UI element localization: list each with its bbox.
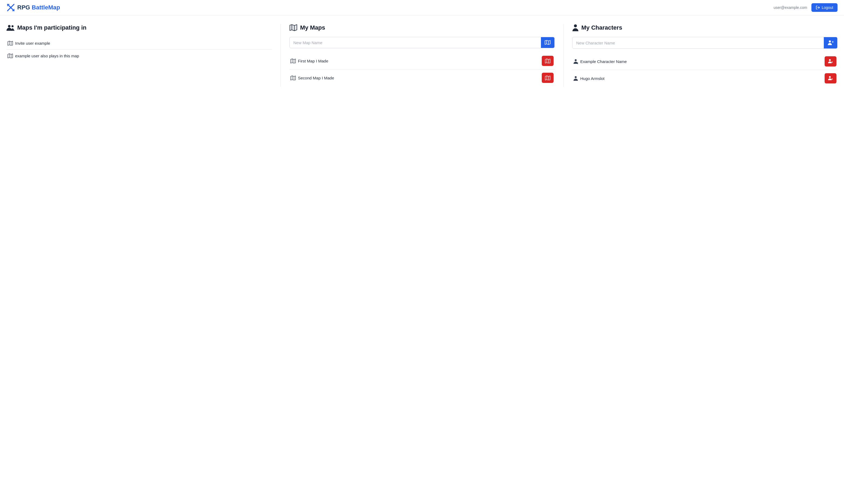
svg-point-32 [829,59,831,61]
svg-point-26 [829,40,831,42]
character-item-label: Hugo Armslot [580,76,604,81]
character-item-left: Hugo Armslot [573,76,604,81]
character-item-icon [573,76,578,81]
participating-item: example user also plays in this map [6,50,272,62]
add-map-icon [545,40,551,45]
svg-point-8 [12,25,14,28]
map-list-item: First Map I Made [289,53,555,70]
my-maps-title: My Maps [289,24,555,32]
participating-item-label: Invite user example [15,41,50,46]
my-maps-icon [289,24,297,32]
new-map-input-row[interactable] [289,37,555,48]
svg-text:⚙: ⚙ [577,62,578,64]
svg-point-25 [574,24,577,28]
logo-link[interactable]: RPG BattleMap [6,3,60,12]
character-list-item: Hugo Armslot [572,70,838,87]
map-icon [7,41,13,46]
map-item-icon [291,58,296,63]
open-map-button[interactable] [542,73,553,83]
characters-list: ⚙ Example Character Name [572,53,838,87]
app-header: RPG BattleMap user@example.com Logout [0,0,844,15]
participating-title: Maps I'm participating in [6,24,272,32]
participating-list: Invite user example example user also pl… [6,37,272,62]
svg-point-29 [575,59,577,61]
add-character-button[interactable] [824,37,837,49]
open-map-icon [545,58,550,63]
edit-character-button[interactable] [825,73,837,84]
add-map-button[interactable] [541,37,555,48]
user-email: user@example.com [773,5,807,10]
my-maps-title-text: My Maps [300,24,325,31]
my-characters-column: My Characters [572,24,838,87]
open-map-icon [545,75,550,80]
logo-text: RPG BattleMap [17,4,60,11]
character-item-left: ⚙ Example Character Name [573,59,627,64]
edit-character-icon [828,76,833,81]
svg-point-36 [575,76,577,78]
character-item-icon: ⚙ [573,59,578,64]
my-characters-title-text: My Characters [581,24,622,31]
edit-character-icon [828,59,833,64]
maps-list: First Map I Made [289,53,555,86]
logo-icon [6,3,15,12]
new-character-input-row[interactable] [572,37,838,49]
add-character-icon [828,40,833,46]
map-item-label: Second Map I Made [298,76,334,80]
map-list-item: Second Map I Made [289,70,555,86]
new-character-input[interactable] [573,38,824,48]
logout-button[interactable]: Logout [811,3,838,12]
my-characters-icon [572,24,579,32]
map-item-left: First Map I Made [291,58,328,63]
participating-item: Invite user example [6,37,272,50]
participating-column: Maps I'm participating in Invite user ex… [6,24,281,87]
map-icon [7,53,13,58]
edit-character-button[interactable] [825,56,837,67]
main-content: Maps I'm participating in Invite user ex… [0,15,844,95]
logout-icon [816,5,820,10]
map-item-left: Second Map I Made [291,75,334,80]
open-map-button[interactable] [542,56,553,66]
participating-title-text: Maps I'm participating in [17,24,87,31]
my-characters-title: My Characters [572,24,838,32]
participating-item-label: example user also plays in this map [15,54,79,58]
new-map-input[interactable] [289,38,541,48]
map-item-label: First Map I Made [298,59,328,63]
header-right: user@example.com Logout [773,3,838,12]
svg-point-7 [8,25,11,28]
participating-icon [6,24,15,32]
svg-point-37 [829,76,831,78]
character-item-label: Example Character Name [580,59,627,64]
map-item-icon [291,75,296,80]
character-list-item: ⚙ Example Character Name [572,53,838,70]
logout-label: Logout [822,5,833,10]
my-maps-column: My Maps [289,24,564,87]
